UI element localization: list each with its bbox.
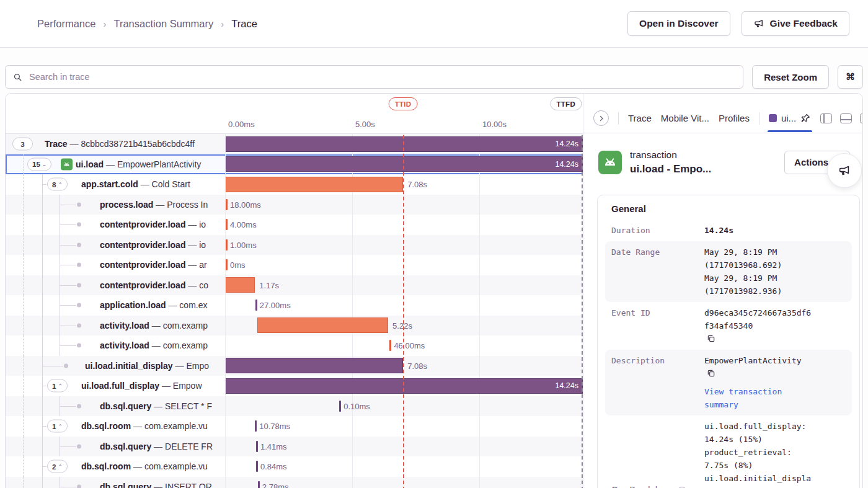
tree-connector-stub <box>60 446 76 447</box>
span-tree-cell: activity.load — com.examp <box>6 316 226 336</box>
child-count-badge[interactable]: 8⌃ <box>47 178 68 191</box>
trace-row[interactable]: contentprovider.load — io4.00ms <box>6 215 583 235</box>
span-duration-tick[interactable] <box>255 420 257 432</box>
ttfd-marker-badge[interactable]: TTFD <box>550 97 582 110</box>
android-icon <box>61 158 73 170</box>
span-bar-cell: 7.08s <box>226 174 583 195</box>
trace-row[interactable]: db.sql.query — SELECT * F0.10ms <box>6 396 583 417</box>
expand-panel-button[interactable] <box>593 110 609 126</box>
span-duration-tick[interactable] <box>226 219 228 230</box>
span-duration-tick[interactable] <box>256 441 258 452</box>
span-bar-cell: 1.00ms <box>226 235 583 255</box>
trace-row[interactable]: application.load — com.ex27.00ms <box>6 295 583 316</box>
megaphone-icon <box>838 164 851 177</box>
span-duration-bar[interactable] <box>257 317 388 333</box>
span-label: db.sql.query — INSERT OR <box>100 482 212 488</box>
shortcuts-button[interactable]: ⌘ <box>838 65 863 89</box>
time-axis-label: 0.00ms <box>228 120 255 129</box>
breadcrumb-separator-icon: › <box>221 19 224 29</box>
trace-row[interactable]: 1⌃ui.load.full_display — Empow14.24s <box>6 376 583 396</box>
trace-row[interactable]: process.load — Process In18.00ms <box>6 195 583 215</box>
detail-panel-body: transaction ui.load - Empo... Actions ▼ … <box>583 133 862 488</box>
ttid-marker-badge[interactable]: TTID <box>389 97 418 110</box>
trace-row[interactable]: contentprovider.load — ar0ms <box>6 255 583 275</box>
span-bar-cell: 0.84ms <box>226 456 583 477</box>
span-duration-tick[interactable] <box>339 401 341 412</box>
span-duration-bar[interactable]: 14.24s <box>226 378 583 394</box>
child-count-badge[interactable]: 3 <box>12 138 33 151</box>
span-duration-label: 0.10ms <box>343 401 370 410</box>
copy-icon[interactable] <box>707 334 715 343</box>
detail-row-label: Date Range <box>611 246 704 298</box>
trace-row[interactable]: activity.load — com.examp46.00ms <box>6 335 583 356</box>
view-transaction-summary-link[interactable]: View transaction summary <box>704 385 815 411</box>
trace-row[interactable]: ui.load.initial_display — Empo7.08s <box>6 356 583 376</box>
trace-row[interactable]: 3Trace — 8cbbcd38721b415ab6cbdc4ff14.24s <box>6 134 583 154</box>
trace-row[interactable]: 2⌃db.sql.room — com.example.vu0.84ms <box>6 456 583 477</box>
tree-connector-stub <box>60 224 76 225</box>
breadcrumb-item[interactable]: Transaction Summary <box>113 18 213 30</box>
dock-right-icon[interactable] <box>860 113 863 123</box>
copy-icon[interactable] <box>707 369 715 378</box>
tree-connector-line <box>42 477 43 488</box>
span-duration-tick[interactable] <box>256 461 258 472</box>
child-count-badge[interactable]: 1⌃ <box>47 420 68 433</box>
open-in-discover-button[interactable]: Open in Discover <box>627 11 730 36</box>
chevron-up-icon: ⌃ <box>58 463 63 469</box>
span-duration-tick[interactable] <box>389 340 391 351</box>
trace-row[interactable]: db.sql.query — INSERT OR2.78ms <box>6 477 583 488</box>
breadcrumb-item[interactable]: Performance <box>37 18 95 30</box>
span-duration-bar[interactable] <box>226 277 255 293</box>
span-duration-tick[interactable] <box>258 481 260 488</box>
tree-connector-line <box>23 376 24 396</box>
reset-zoom-button[interactable]: Reset Zoom <box>752 65 829 89</box>
trace-row[interactable]: 1⌃db.sql.room — com.example.vu10.78ms <box>6 416 583 437</box>
tree-connector-stub <box>60 487 76 487</box>
trace-row[interactable]: contentprovider.load — co1.17s <box>6 275 583 296</box>
trace-row[interactable]: contentprovider.load — io1.00ms <box>6 235 583 255</box>
child-count-badge[interactable]: 1⌃ <box>47 379 68 393</box>
give-feedback-button[interactable]: Give Feedback <box>742 11 849 36</box>
dock-left-icon[interactable] <box>820 113 832 123</box>
trace-row[interactable]: 15⌄ ui.load — EmpowerPlantActivity14.24s <box>6 154 583 175</box>
span-duration-label: 2.78ms <box>262 482 289 488</box>
span-duration-tick[interactable] <box>226 259 228 270</box>
tab-profiles[interactable]: Profiles <box>719 113 750 123</box>
span-tree-cell: db.sql.query — DELETE FR <box>6 437 226 457</box>
trace-row[interactable]: db.sql.query — DELETE FR1.41ms <box>6 437 583 457</box>
feedback-fab-button[interactable] <box>827 153 862 188</box>
android-icon <box>598 151 622 174</box>
span-duration-tick[interactable] <box>255 299 257 311</box>
span-duration-bar[interactable]: 14.24s <box>226 156 583 172</box>
pin-icon[interactable] <box>800 113 811 123</box>
span-duration-bar[interactable] <box>226 177 403 192</box>
span-label: db.sql.query — DELETE FR <box>100 441 213 451</box>
child-count-badge[interactable]: 2⌃ <box>47 460 68 473</box>
span-duration-label: 1.17s <box>259 280 279 290</box>
trace-row[interactable]: activity.load — com.examp5.22s <box>6 316 583 336</box>
actions-label: Actions <box>794 157 828 167</box>
tab-trace[interactable]: Trace <box>628 113 652 123</box>
span-duration-tick[interactable] <box>226 239 228 251</box>
span-tree-cell: 8⌃app.start.cold — Cold Start <box>6 174 226 195</box>
span-duration-tick[interactable] <box>226 199 228 210</box>
child-count-badge[interactable]: 15⌄ <box>27 157 51 171</box>
tab-ui-load-pinned[interactable]: ui... <box>769 113 811 123</box>
search-input[interactable] <box>28 71 736 82</box>
span-tree-cell: 3Trace — 8cbbcd38721b415ab6cbdc4ff <box>6 134 226 154</box>
span-duration-bar[interactable]: 14.24s <box>226 136 583 152</box>
trace-row[interactable]: 8⌃app.start.cold — Cold Start7.08s <box>6 174 583 195</box>
transaction-header: transaction ui.load - Empo... Actions ▼ <box>583 133 862 176</box>
tabs-divider <box>618 112 619 125</box>
tree-connector-line <box>42 235 43 255</box>
span-duration-bar[interactable] <box>226 358 403 373</box>
tree-connector-line <box>23 255 24 275</box>
leaf-dot <box>77 444 81 448</box>
span-label: contentprovider.load — co <box>100 280 208 290</box>
dock-bottom-icon[interactable] <box>840 113 852 123</box>
span-tree-cell: db.sql.query — INSERT OR <box>6 477 226 488</box>
span-label: Trace — 8cbbcd38721b415ab6cbdc4ff <box>45 139 195 149</box>
tab-mobile-vitals[interactable]: Mobile Vit... <box>661 113 709 123</box>
search-box[interactable] <box>5 65 743 89</box>
leaf-dot <box>77 484 81 488</box>
